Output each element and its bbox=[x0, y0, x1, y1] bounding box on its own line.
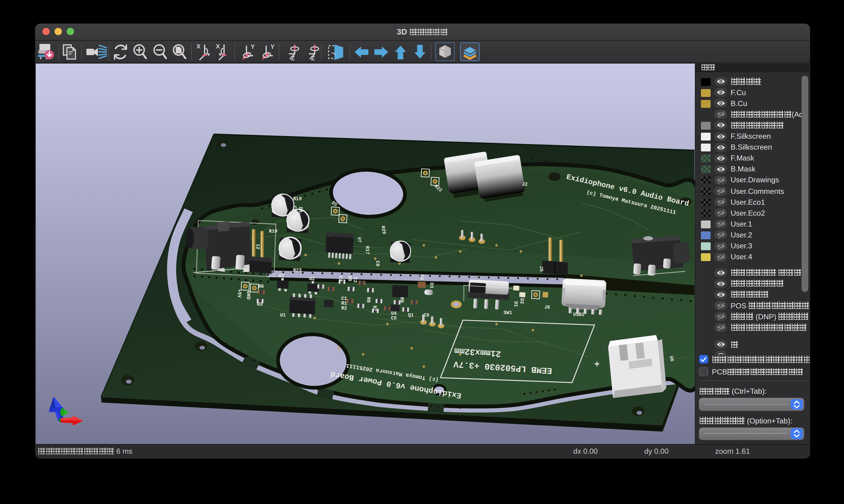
svg-text:SW1: SW1 bbox=[503, 310, 512, 315]
svg-text:U7: U7 bbox=[356, 237, 362, 242]
svg-text:USB1: USB1 bbox=[573, 312, 584, 317]
svg-text:R5: R5 bbox=[346, 276, 352, 282]
svg-text:12: 12 bbox=[255, 244, 260, 249]
svg-text:U6: U6 bbox=[668, 355, 674, 362]
svg-text:X: X bbox=[216, 43, 220, 49]
svg-text:C4: C4 bbox=[419, 274, 424, 280]
svg-text:+: + bbox=[594, 359, 599, 369]
svg-text:D2: D2 bbox=[519, 298, 524, 304]
svg-text:U2: U2 bbox=[309, 276, 315, 282]
svg-text:D4: D4 bbox=[297, 206, 303, 212]
svg-text:C11: C11 bbox=[291, 206, 297, 214]
svg-text:R9: R9 bbox=[399, 297, 404, 303]
svg-text:J6: J6 bbox=[544, 304, 550, 310]
svg-text:R2: R2 bbox=[341, 305, 347, 311]
svg-text:U3: U3 bbox=[278, 273, 284, 278]
svg-text:U1: U1 bbox=[280, 312, 286, 318]
svg-text:+5V: +5V bbox=[236, 289, 242, 298]
svg-text:R7: R7 bbox=[372, 305, 377, 311]
svg-text:Y: Y bbox=[270, 43, 274, 50]
svg-text:X: X bbox=[196, 43, 201, 49]
svg-text:R8: R8 bbox=[365, 297, 371, 303]
svg-text:R23: R23 bbox=[293, 267, 302, 273]
svg-text:C9: C9 bbox=[374, 260, 380, 266]
svg-text:D1: D1 bbox=[513, 301, 518, 307]
svg-text:D3: D3 bbox=[428, 282, 434, 288]
svg-text:R6: R6 bbox=[258, 284, 264, 289]
svg-text:GND: GND bbox=[245, 291, 251, 299]
svg-text:J5: J5 bbox=[538, 266, 544, 272]
svg-text:R19: R19 bbox=[293, 196, 302, 201]
svg-text:C5: C5 bbox=[391, 315, 397, 321]
svg-text:C2: C2 bbox=[352, 277, 358, 283]
svg-text:C3: C3 bbox=[338, 276, 343, 282]
svg-text:R17: R17 bbox=[364, 246, 369, 254]
svg-text:C6: C6 bbox=[424, 312, 429, 318]
svg-text:Q1: Q1 bbox=[408, 312, 414, 318]
svg-text:J4: J4 bbox=[242, 268, 248, 273]
svg-text:Y: Y bbox=[251, 43, 255, 50]
svg-text:R3: R3 bbox=[257, 301, 262, 307]
svg-text:J2: J2 bbox=[522, 181, 528, 187]
svg-text:R10: R10 bbox=[269, 228, 277, 234]
